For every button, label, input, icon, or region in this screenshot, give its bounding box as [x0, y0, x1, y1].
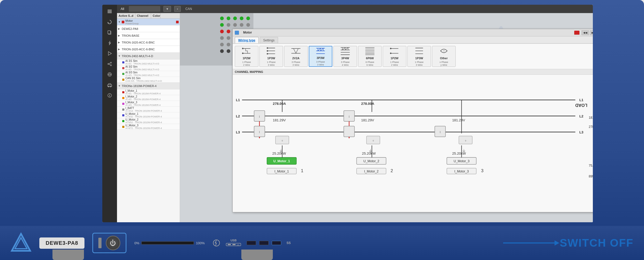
svg-point-80: [390, 48, 391, 49]
svg-text:I: I: [259, 131, 260, 134]
svg-text:181.29V: 181.29V: [273, 118, 286, 122]
svg-rect-154: [228, 244, 231, 245]
ch-sub-imotor2: AI 4/2 · TRION-1810M-POWER-4: [125, 98, 179, 101]
tab-wiring[interactable]: Wiring type: [235, 37, 259, 43]
wiring-1p3w-b-desc: 1 Phase3 Wire: [415, 61, 423, 67]
wiring-1p2w-desc: 1 Phase2 Wire: [242, 61, 251, 67]
toolbar-icon-share[interactable]: [105, 59, 114, 69]
power-button[interactable]: ⏻: [106, 236, 120, 250]
wiring-1p3w-desc: 1 Phase3 Wire: [267, 61, 275, 67]
wiring-6p6w[interactable]: 6P6W 6 Phase6 Wire: [358, 46, 382, 67]
svg-point-41: [220, 43, 224, 46]
svg-text:181.2: 181.2: [589, 116, 593, 120]
channel-ai31[interactable]: AI 3/1 Sim AI 4/1 · TRION-2402-MULTI-4-D: [117, 59, 180, 65]
group-trion-1620-1[interactable]: ▶ TRION-1620-ACC-6-BNC: [117, 39, 180, 46]
wiring-1p2w[interactable]: 1P2W 1 Phase2 Wire: [235, 46, 258, 67]
channel-ibatt[interactable]: I_BATT AI 4/14 · TRION-1810M-POWER-4: [117, 107, 180, 112]
toolbar-icon-1[interactable]: [105, 7, 114, 16]
group-trion-base[interactable]: ▶ TRION-BASE: [117, 32, 180, 39]
ch-sub-umotor2: AI 4/52 · TRION-1810M-POWER-4: [125, 121, 179, 124]
wiring-1p3w-b[interactable]: 1P3W 1 Phase3 Wire: [407, 46, 431, 67]
wiring-1p3w-name: 1P3W: [267, 57, 275, 60]
channel-imotor3[interactable]: I_Motor_3 AI 4/3 · TRION-1810M-POWER-4: [117, 101, 180, 107]
motor-title-text: Motor: [241, 29, 572, 36]
motor-window: Motor ◀◀ ▶▶ Wiring type Settings: [232, 29, 593, 212]
filter-icon[interactable]: ▼: [163, 6, 171, 12]
ch-color-can31: [122, 79, 124, 81]
wiring-1p2w-b[interactable]: 1P2W 1 Phase2 Wire: [383, 46, 406, 67]
toolbar-icon-play[interactable]: [105, 49, 114, 58]
svg-text:⏚: ⏚: [281, 139, 283, 142]
channel-can31[interactable]: CAN 3/1 Sim CAN 5/5 · TRION-2402-MULTI-4…: [117, 77, 180, 83]
usb-port-area: USB SS SS: [212, 239, 291, 247]
topbar-all[interactable]: All: [119, 7, 126, 11]
filter-can[interactable]: CAN: [184, 7, 194, 11]
svg-text:U_Motor_3: U_Motor_3: [454, 159, 470, 163]
channel-ai33[interactable]: AI 3/3 Sim AI 4/3 · TRION-2402-MULTI-4-D: [117, 71, 180, 77]
win-next-btn[interactable]: ▶▶: [590, 30, 593, 35]
svg-rect-2: [108, 12, 112, 13]
load-bar: 0% 100%: [134, 241, 205, 245]
svg-point-31: [220, 30, 224, 33]
channel-imotor1[interactable]: I_Motor_1 AI 4/1 · TRION-1810M-POWER-4: [117, 89, 180, 95]
main-content: All ▼ + CAN Active S..d Channel Color: [117, 5, 593, 222]
channel-umotor3[interactable]: U_Motor_3 AI 4/72 · TRION-1810M-POWER-4: [117, 124, 180, 130]
toolbar-icon-info[interactable]: [105, 91, 114, 100]
col-header-color: Color: [151, 13, 161, 18]
toolbar-icon-bolt[interactable]: [105, 38, 114, 48]
group-trion-1620-2[interactable]: ▶ TRION-1620-ACC-6-BNC: [117, 46, 180, 53]
svg-point-61: [267, 50, 268, 51]
wiring-2v2a[interactable]: 2V2A 3 Phase3 Wire: [284, 46, 308, 67]
svg-point-55: [242, 48, 243, 49]
svg-text:75.65: 75.65: [589, 164, 593, 167]
motor-color-box: [176, 21, 179, 23]
ch-name-imotor2: I_Motor_2: [125, 95, 179, 98]
wiring-other[interactable]: ? Other x Phasey Wire: [432, 46, 456, 67]
channel-ai32[interactable]: AI 3/2 Sim AI 4/2 · TRION-2402-MULTI-4-D: [117, 65, 180, 71]
ch-color-umotor1: [122, 114, 124, 116]
wiring-3p4w[interactable]: 3P4W 3 Phase4 Wire: [333, 46, 357, 67]
usb-icon: SS: [226, 242, 241, 247]
svg-text:LOAD: LOAD: [575, 103, 587, 108]
left-toolbar: [102, 5, 117, 222]
switch-off-arrow-line: [503, 242, 556, 243]
svg-text:3: 3: [481, 168, 483, 173]
trion-1620-1-label: TRION-1620-ACC-6-BNC: [122, 41, 179, 44]
expand-arrow-trion-1620-2: ▶: [118, 48, 122, 51]
svg-text:⏚: ⏚: [369, 148, 372, 153]
wiring-section: 1P2W 1 Phase2 Wire: [233, 44, 593, 69]
top-bar: All ▼ + CAN: [117, 5, 593, 13]
channel-umotor2[interactable]: U_Motor_2 AI 4/52 · TRION-1810M-POWER-4: [117, 118, 180, 124]
search-input[interactable]: [129, 6, 160, 12]
ch-color-umotor2: [122, 120, 124, 122]
toolbar-icon-car[interactable]: [105, 80, 114, 90]
svg-point-62: [267, 53, 268, 54]
ch-sub-ai31: AI 4/1 · TRION-2402-MULTI-4-D: [125, 62, 179, 65]
wiring-3p3w[interactable]: 3P3W 3 Phase3 Wire: [309, 46, 332, 67]
toolbar-icon-refresh[interactable]: [105, 17, 114, 27]
filter-add[interactable]: +: [174, 6, 180, 12]
svg-point-21: [220, 17, 224, 20]
toolbar-icon-copy[interactable]: [105, 28, 114, 37]
content-split: Active S..d Channel Color ▼ Motor PowerG…: [117, 13, 593, 222]
channel-umotor1[interactable]: U_Motor_1 AI 4/32 · TRION-1810M-POWER-4: [117, 112, 180, 118]
svg-text:25.20kW: 25.20kW: [272, 151, 286, 155]
toolbar-icon-network[interactable]: [105, 70, 114, 79]
win-prev-btn[interactable]: ◀◀: [582, 30, 589, 35]
svg-point-46: [220, 49, 224, 53]
wiring-other-name: Other: [440, 57, 448, 60]
group-motor[interactable]: ▼ Motor PowerGroup: [117, 19, 180, 25]
switch-off-section: SWITCH OFF: [503, 237, 634, 249]
group-trione-1810[interactable]: ▼ TRIONe-1810M-POWER-4: [117, 83, 180, 89]
screen-content: All ▼ + CAN Active S..d Channel Color: [102, 5, 593, 222]
wiring-1p3w[interactable]: 1P3W 1 Phase3 Wire: [259, 46, 283, 67]
ch-sub-umotor1: AI 4/32 · TRION-1810M-POWER-4: [125, 115, 179, 118]
group-trion-2402[interactable]: ▼ TRION-2402-MULTI-4-D: [117, 53, 180, 59]
col-header-channel: Channel: [135, 13, 151, 18]
tab-settings[interactable]: Settings: [260, 37, 278, 43]
trion-2402-label: TRION-2402-MULTI-4-D: [122, 55, 179, 58]
channel-imotor2[interactable]: I_Motor_2 AI 4/2 · TRION-1810M-POWER-4: [117, 95, 180, 101]
mapping-title: CHANNEL MAPPING: [233, 69, 593, 75]
group-dewe2[interactable]: ▶ DEWE2-PA8: [117, 25, 180, 32]
svg-point-30: [246, 23, 250, 27]
